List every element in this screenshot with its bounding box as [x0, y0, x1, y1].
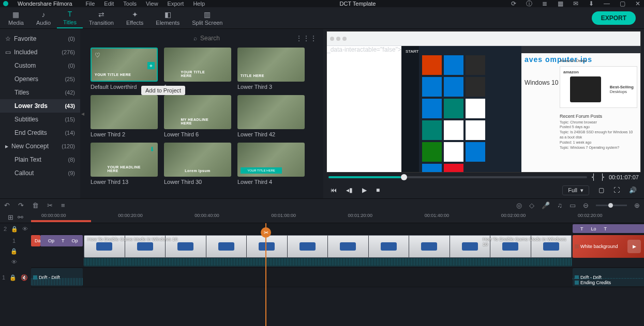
timeline-ruler[interactable]: ⊞ ⚯ 00:00:00:0000:00:20:0000:00:40:0000:…: [0, 212, 644, 223]
lock-icon[interactable]: 🔒: [11, 226, 18, 232]
playhead[interactable]: ✂: [265, 223, 266, 326]
marker-prev-icon[interactable]: ⎨: [591, 174, 596, 181]
tab-media[interactable]: ▦Media: [2, 7, 30, 28]
menu-view[interactable]: View: [146, 1, 158, 7]
fullscreen-button[interactable]: ⛶: [613, 187, 620, 194]
zoom-slider[interactable]: [596, 205, 627, 206]
minimize-icon[interactable]: —: [604, 1, 610, 7]
sync-icon[interactable]: ⟳: [511, 1, 517, 7]
grid-icon[interactable]: ▦: [557, 1, 563, 7]
thumb-lower-third-6[interactable]: MY HEADLINE HERELower Third 6: [164, 95, 231, 137]
clip-video-audio[interactable]: [84, 258, 572, 267]
scissor-icon[interactable]: ✂: [261, 227, 271, 238]
zoom-out-button[interactable]: ⊖: [583, 201, 589, 209]
step-back-button[interactable]: ◂▮: [346, 187, 353, 194]
tab-transition[interactable]: ⇄Transition: [83, 7, 120, 28]
clip-white-bg[interactable]: White background ▶: [573, 235, 644, 258]
menu-file[interactable]: File: [86, 1, 95, 7]
sidebar-item-lower3rds[interactable]: Lower 3rds(43): [0, 99, 80, 113]
thumb-default-lowerthird[interactable]: ♡YOUR TITLE HERE+ Default Lowerthird: [91, 48, 158, 90]
track-audio1[interactable]: Drift - Drift Drift - Drift Ending Credi…: [31, 268, 644, 287]
menu-export[interactable]: Export: [168, 1, 184, 7]
marker-next-icon[interactable]: ⎬: [600, 174, 605, 181]
sidebar-item-plaintext[interactable]: Plain Text(8): [0, 153, 80, 166]
preview-canvas[interactable]: _data-interactable="false"> START: [326, 31, 641, 173]
export-button[interactable]: EXPORT: [592, 11, 636, 25]
clip-openers[interactable]: Op T Op: [40, 235, 83, 246]
list-icon[interactable]: ≣: [542, 1, 548, 7]
prev-frame-button[interactable]: ⏮: [331, 187, 337, 194]
thumb-lower-third-30[interactable]: Lorem IpsumLower Third 30: [164, 143, 231, 185]
menu-tools[interactable]: Tools: [123, 1, 137, 7]
volume-button[interactable]: 🔊: [629, 187, 637, 194]
mute-icon[interactable]: 🔇: [21, 274, 28, 281]
aspect-button[interactable]: ▭: [570, 201, 576, 209]
sidebar-item-favorite[interactable]: ☆Favorite(0): [0, 32, 80, 45]
close-icon[interactable]: ✕: [635, 1, 641, 7]
preview-scrubber[interactable]: ⎨ ⎬ 00:01:07:07: [326, 173, 641, 182]
scrub-thumb[interactable]: [401, 174, 407, 180]
tab-splitscreen[interactable]: ▥Split Screen: [186, 7, 229, 28]
thumb-lower-third-42[interactable]: Lower Third 42: [237, 95, 305, 137]
track-titles[interactable]: T Lo T: [31, 223, 644, 235]
stop-button[interactable]: ■: [376, 187, 380, 194]
thumb-lower-third-13[interactable]: ⬇YOUR HEADLINE HERELower Third 13: [91, 143, 158, 185]
tab-titles[interactable]: TTitles: [57, 7, 83, 28]
audio-mixer-button[interactable]: ♫: [557, 201, 562, 209]
render-button[interactable]: ◎: [516, 201, 522, 209]
redo-button[interactable]: ↷: [18, 201, 24, 209]
heart-icon[interactable]: ♡: [95, 52, 100, 59]
snapshot-button[interactable]: ▢: [598, 187, 604, 194]
info-icon[interactable]: ⓘ: [526, 1, 532, 7]
magnet-icon[interactable]: ⊞: [8, 213, 13, 221]
clip-red[interactable]: Dav: [31, 235, 40, 246]
marker-button[interactable]: ◇: [529, 201, 534, 209]
view-grid-icon[interactable]: ⋮⋮⋮: [295, 34, 317, 42]
play-button[interactable]: ▶: [362, 187, 367, 194]
sidebar-item-newconcept[interactable]: ▸New Concept(120): [0, 139, 80, 153]
thumb-1[interactable]: YOUR TITLE HERE1: [164, 48, 231, 90]
crop-button[interactable]: ≡: [61, 201, 65, 209]
clip-drift-left[interactable]: Drift - Drift: [31, 268, 83, 286]
download-icon[interactable]: ⬇: [149, 146, 155, 153]
sidebar-item-custom[interactable]: Custom(0): [0, 59, 80, 72]
sidebar-item-titles[interactable]: Titles(42): [0, 86, 80, 99]
clip-ending-credits[interactable]: Ending Credits: [573, 279, 644, 286]
thumb-lower-third-4[interactable]: YOUR TITLE HERELower Third 4: [237, 143, 305, 185]
mail-icon[interactable]: ✉: [573, 1, 579, 7]
thumb-lower-third-2[interactable]: Lower Third 2: [91, 95, 158, 137]
delete-button[interactable]: 🗑: [32, 201, 39, 209]
undo-button[interactable]: ↶: [4, 201, 10, 209]
search-box[interactable]: ⌕: [193, 35, 290, 42]
tab-elements[interactable]: ◧Elements: [149, 7, 186, 28]
sidebar-item-endcredits[interactable]: End Credits(14): [0, 126, 80, 139]
title-clip-group[interactable]: T Lo T: [573, 224, 644, 233]
link-icon[interactable]: ⚯: [18, 213, 23, 221]
zoom-in-button[interactable]: ⊕: [634, 201, 640, 209]
sidebar-item-subtitles[interactable]: Subtitles(15): [0, 113, 80, 126]
sidebar-collapse[interactable]: ◂: [80, 29, 85, 198]
eye-icon[interactable]: 👁: [11, 259, 17, 265]
download-icon[interactable]: ⬇: [588, 1, 594, 7]
record-vo-button[interactable]: 🎤: [542, 201, 550, 209]
sidebar-item-callout[interactable]: Callout(9): [0, 166, 80, 180]
track-video[interactable]: Dav Op T Op How To Enable Game Mode In W…: [31, 235, 644, 268]
maximize-icon[interactable]: ▢: [619, 1, 625, 7]
scrub-track[interactable]: [328, 176, 587, 178]
add-to-project-icon[interactable]: +: [147, 62, 155, 69]
split-button[interactable]: ✂: [47, 201, 53, 209]
lock-icon[interactable]: 🔒: [9, 274, 17, 281]
sidebar-item-openers[interactable]: Openers(25): [0, 72, 80, 86]
search-input[interactable]: [200, 35, 273, 42]
zoom-thumb[interactable]: [608, 203, 613, 208]
menu-edit[interactable]: Edit: [104, 1, 114, 7]
thumb-lower-third-3[interactable]: TITLE HERELower Third 3: [237, 48, 305, 90]
menu-help[interactable]: Help: [193, 1, 205, 7]
clip-main-video[interactable]: How To Enable Game Mode In Windows 10 Ho…: [84, 235, 572, 258]
tab-audio[interactable]: ♪Audio: [30, 7, 57, 28]
sidebar-item-included[interactable]: ▭Included(276): [0, 45, 80, 59]
lock-icon[interactable]: 🔒: [10, 248, 18, 255]
eye-icon[interactable]: 👁: [22, 226, 28, 232]
quality-dropdown[interactable]: Full▾: [562, 185, 589, 195]
tab-effects[interactable]: ✦Effects: [120, 7, 149, 28]
